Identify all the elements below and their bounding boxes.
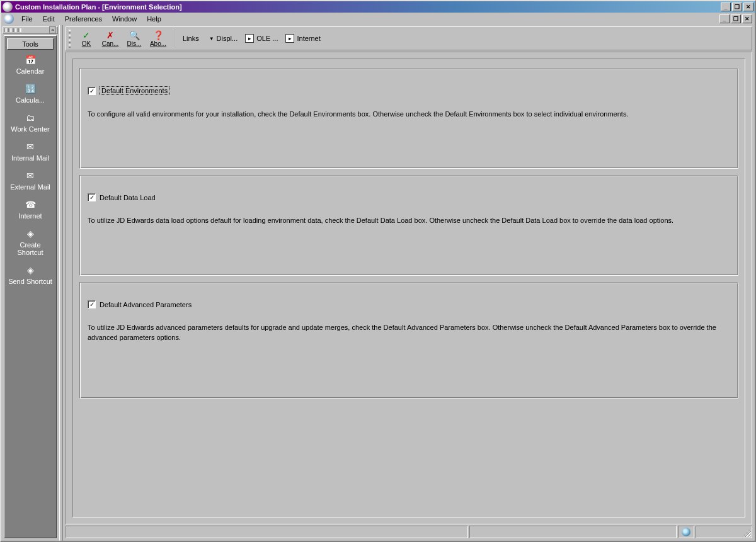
separator (174, 29, 175, 48)
option-group-advanced-params: ✓ Default Advanced Parameters To utilize… (79, 282, 738, 398)
default-advanced-params-checkbox[interactable]: ✓ (88, 300, 96, 308)
button-label: Dis... (127, 40, 142, 47)
option-group-environments: ✓ Default Environments To configure all … (79, 68, 738, 169)
tools-sidebar: × Tools 📅 Calendar 🔢 Calcula... 🗂 Work C… (1, 25, 59, 541)
dropdown-icon: ▼ (209, 36, 214, 42)
tool-label: Calcula... (16, 96, 45, 104)
checkbox-row: ✓ Default Environments (88, 86, 730, 95)
globe-icon (682, 528, 690, 536)
tool-internal-mail[interactable]: ✉ Internal Mail (8, 142, 52, 162)
shortcut-icon: ◈ (25, 265, 36, 275)
tool-label: Create Shortcut (8, 241, 52, 256)
link-internet[interactable]: ▸ Internet (282, 34, 324, 43)
tools-close-button[interactable]: × (49, 26, 56, 33)
minimize-button[interactable]: _ (721, 3, 731, 11)
app-system-icon[interactable] (4, 14, 14, 24)
tool-label: External Mail (10, 183, 50, 191)
checkbox-label: Default Environments (100, 86, 169, 95)
maximize-button[interactable]: ❐ (732, 3, 742, 11)
status-pane (696, 526, 752, 538)
link-label: Displ... (217, 35, 238, 42)
calendar-icon: 📅 (25, 55, 36, 65)
option-description: To configure all valid environments for … (88, 109, 730, 119)
menu-file[interactable]: File (16, 14, 38, 24)
main-area: ✓ OK ✗ Can... 🔍 Dis... ❓ Abo... Link (63, 25, 755, 541)
tool-create-shortcut[interactable]: ◈ Create Shortcut (8, 229, 52, 256)
link-label: Internet (297, 35, 320, 42)
menu-preferences[interactable]: Preferences (60, 14, 107, 24)
checkbox-label: Default Data Load (100, 194, 156, 201)
grip-icon (4, 28, 22, 32)
help-icon: ❓ (153, 30, 164, 40)
tool-external-mail[interactable]: ✉ External Mail (8, 171, 52, 191)
status-globe-pane (678, 526, 694, 538)
link-icon: ▸ (245, 34, 254, 43)
default-data-load-checkbox[interactable]: ✓ (88, 193, 96, 201)
tool-label: Send Shortcut (8, 278, 52, 285)
option-description: To utilize JD Edwards advanced parameter… (88, 322, 730, 342)
search-icon: 🔍 (129, 30, 140, 40)
tools-panel: Tools 📅 Calendar 🔢 Calcula... 🗂 Work Cen… (4, 35, 57, 538)
links-label: Links (179, 35, 203, 42)
mdi-close-button[interactable]: ✕ (742, 14, 752, 23)
checkbox-row: ✓ Default Data Load (88, 193, 730, 201)
close-button[interactable]: ✕ (743, 3, 753, 11)
mail-icon: ✉ (25, 142, 36, 152)
tool-calculator[interactable]: 🔢 Calcula... (8, 84, 52, 104)
tool-label: Internet (18, 212, 42, 220)
app-icon (3, 2, 13, 12)
tool-send-shortcut[interactable]: ◈ Send Shortcut (8, 265, 52, 285)
menu-window[interactable]: Window (107, 14, 142, 24)
body-area: × Tools 📅 Calendar 🔢 Calcula... 🗂 Work C… (1, 25, 755, 541)
button-label: OK (82, 40, 91, 47)
menu-help[interactable]: Help (142, 14, 166, 24)
menu-edit[interactable]: Edit (38, 14, 60, 24)
link-icon: ▸ (285, 34, 294, 43)
mdi-restore-button[interactable]: ❐ (731, 14, 741, 23)
titlebar: Custom Installation Plan - [Environment … (1, 1, 755, 13)
status-pane (469, 526, 677, 538)
tool-internet[interactable]: ☎ Internet (8, 200, 52, 220)
option-group-data-load: ✓ Default Data Load To utilize JD Edward… (79, 175, 738, 276)
checkbox-row: ✓ Default Advanced Parameters (88, 300, 730, 308)
link-display[interactable]: ▼ Displ... (203, 35, 242, 42)
tool-label: Internal Mail (11, 154, 49, 162)
toolbar-grip-icon (69, 29, 71, 48)
checkbox-label: Default Advanced Parameters (100, 301, 192, 308)
button-label: Abo... (150, 40, 166, 47)
tools-dockbar[interactable]: × (3, 26, 58, 34)
mail-icon: ✉ (25, 171, 36, 181)
cancel-button[interactable]: ✗ Can... (98, 28, 122, 49)
status-pane (66, 526, 468, 538)
x-icon: ✗ (106, 30, 114, 40)
display-button[interactable]: 🔍 Dis... (122, 28, 146, 49)
option-description: To utilize JD Edwards data load options … (88, 215, 730, 225)
work-center-icon: 🗂 (25, 113, 36, 123)
tool-work-center[interactable]: 🗂 Work Center (8, 113, 52, 133)
content-area: ✓ Default Environments To configure all … (66, 52, 752, 524)
menubar: File Edit Preferences Window Help _ ❐ ✕ (1, 13, 755, 25)
button-label: Can... (102, 40, 119, 47)
calculator-icon: 🔢 (25, 84, 36, 94)
phone-icon: ☎ (25, 200, 36, 210)
link-label: OLE ... (256, 35, 278, 42)
tool-label: Work Center (11, 125, 50, 133)
app-window: Custom Installation Plan - [Environment … (0, 0, 756, 542)
mdi-minimize-button[interactable]: _ (719, 14, 730, 23)
link-ole[interactable]: ▸ OLE ... (241, 34, 282, 43)
mdi-window-controls: _ ❐ ✕ (719, 14, 752, 23)
about-button[interactable]: ❓ Abo... (146, 28, 170, 49)
shortcut-icon: ◈ (25, 229, 36, 239)
tool-label: Calendar (16, 67, 45, 75)
statusbar (66, 526, 752, 539)
tools-header: Tools (7, 38, 54, 50)
window-title: Custom Installation Plan - [Environment … (15, 3, 721, 11)
default-environments-checkbox[interactable]: ✓ (88, 87, 96, 95)
checkmark-icon: ✓ (83, 30, 90, 40)
window-controls: _ ❐ ✕ (721, 3, 753, 11)
tool-calendar[interactable]: 📅 Calendar (8, 55, 52, 75)
links-text: Links (183, 35, 199, 42)
toolbar: ✓ OK ✗ Can... 🔍 Dis... ❓ Abo... Link (66, 26, 752, 50)
ok-button[interactable]: ✓ OK (74, 28, 98, 49)
resize-grip-icon[interactable] (742, 528, 751, 537)
